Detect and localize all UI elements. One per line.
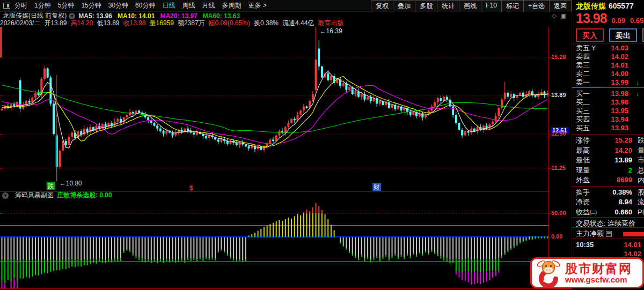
level-price: 13.95 — [611, 107, 628, 115]
stat-label: 收益㈢ — [576, 208, 597, 216]
period-tab-周线[interactable]: 周线 — [182, 1, 195, 10]
period-tab-多周期[interactable]: 多周期 — [222, 1, 241, 10]
arrow-down-icon: ↓ — [636, 90, 639, 98]
diamond-icon[interactable]: ◇ — [552, 12, 556, 19]
period-tab-5分钟[interactable]: 5分钟 — [58, 1, 75, 10]
level-price: 14.00 — [611, 70, 628, 78]
stat-label: 最低 — [576, 156, 590, 164]
period-tab-月线[interactable]: 月线 — [202, 1, 215, 10]
axis-label: 50.00 — [551, 210, 572, 216]
axis-label: 12.50 — [551, 130, 572, 137]
buy-button[interactable]: 买入 — [576, 28, 604, 42]
level-price: 14.03 — [611, 44, 628, 53]
trading-app-window: 分时1分钟5分钟15分钟30分钟60分钟日线周线月线多周期更多 > 复权叠加多股… — [0, 0, 644, 290]
level-label: 买二 — [576, 98, 590, 106]
top-menu-bar: 分时1分钟5分钟15分钟30分钟60分钟日线周线月线多周期更多 > 复权叠加多股… — [0, 0, 572, 12]
site-watermark: 股市财富网 www.gscfw.com — [530, 257, 644, 288]
list-icon — [606, 231, 612, 237]
tool-button-画线[interactable]: 画线 — [459, 0, 481, 12]
stat-label: 换手 — [576, 188, 590, 196]
stat-label: 涨停 — [576, 136, 590, 144]
sell-level-row[interactable]: 卖二14.00 — [576, 70, 644, 78]
tool-button-多股[interactable]: 多股 — [415, 0, 437, 12]
stat-cut-label: PE — [638, 207, 644, 217]
level-price: 13.94 — [611, 115, 628, 124]
stat-label: 外盘 — [576, 176, 590, 184]
stat-value: 2 — [628, 166, 632, 175]
subchart-name: 筹码风暴副图 — [15, 191, 54, 200]
main-net-bar — [623, 232, 644, 236]
period-tab-分时[interactable]: 分时 — [14, 1, 27, 10]
svg-text:$: $ — [189, 184, 193, 192]
level-price: 13.96 — [611, 98, 628, 107]
tool-button-+自选[interactable]: +自选 — [523, 0, 550, 12]
tool-button-统计[interactable]: 统计 — [437, 0, 459, 12]
level-label: 买四 — [576, 115, 590, 123]
stock-code: 605577 — [609, 2, 634, 10]
period-tab-60分钟[interactable]: 60分钟 — [135, 1, 155, 10]
subchart-signal-value: 庄散博杀选股: 0.00 — [57, 191, 112, 200]
stat-value: 15.28 — [614, 136, 632, 145]
sell-level-row[interactable]: 卖五 ¥14.03 — [576, 44, 644, 53]
price-chart[interactable]: ←16.39←10.80跌$财 — [0, 27, 548, 289]
period-tab-1分钟[interactable]: 1分钟 — [34, 1, 51, 10]
stat-value: 14.20 — [614, 146, 632, 155]
price-row: 13.98 0.09 0.65% — [576, 11, 644, 26]
stock-name-code: 龙版传媒605577 — [576, 2, 634, 11]
stat-cut-label: 市 — [638, 155, 644, 165]
stat-row: 外盘8699内 — [576, 175, 644, 185]
stat-row: 最高14.20量 — [576, 146, 644, 155]
chevron-down-icon[interactable]: ▼ — [69, 13, 75, 19]
main-net-label: 主力净额 — [576, 229, 604, 239]
level-label: 卖一 — [576, 78, 590, 86]
period-tab-日线[interactable]: 日线 — [162, 1, 175, 10]
buy-level-row[interactable]: 买一13.98↓ — [576, 90, 644, 98]
stock-name: 龙版传媒 — [576, 2, 606, 10]
sell-level-row[interactable]: 卖四14.02 — [576, 53, 644, 61]
period-menu: 分时1分钟5分钟15分钟30分钟60分钟日线周线月线多周期更多 > — [14, 1, 267, 10]
buy-level-row[interactable]: 买四13.94 — [576, 115, 644, 124]
level-label: 买五 — [576, 124, 590, 132]
stat-value: 8.94 — [619, 197, 632, 207]
period-tab-更多 >[interactable]: 更多 > — [248, 1, 266, 10]
level-label: 卖五 ¥ — [576, 44, 596, 52]
quote-panel: 龙版传媒605577 13.98 0.09 0.65% 买入 卖出 卖五 ¥14… — [572, 0, 644, 290]
price-change: 0.09 — [612, 17, 625, 25]
watermark-title: 股市财富网 — [565, 262, 632, 275]
axis-label: 13.89 — [551, 92, 572, 98]
stat-row: 净资8.94流 — [576, 197, 644, 207]
tool-button-复权[interactable]: 复权 — [371, 0, 393, 12]
period-tab-30分钟[interactable]: 30分钟 — [108, 1, 128, 10]
stat-row: 收益㈢0.660PE — [576, 207, 644, 217]
stat-value: 8699 — [617, 175, 632, 185]
sell-level-row[interactable]: 卖三14.01 — [576, 61, 644, 70]
stat-row: 换手0.38%股 — [576, 188, 644, 197]
panel-layout-icon[interactable]: ▣ — [561, 12, 566, 19]
level-label: 卖三 — [576, 61, 590, 69]
buy-level-row[interactable]: 买二13.96 — [576, 98, 644, 107]
level-price: 13.93 — [611, 124, 628, 132]
tool-button-返回[interactable]: 返回 — [549, 0, 572, 12]
window-icon[interactable] — [3, 3, 10, 9]
stat-value: 13.89 — [614, 155, 632, 165]
svg-text:跌: 跌 — [48, 183, 54, 189]
stat-cut-label: 流 — [638, 197, 644, 207]
buy-level-row[interactable]: 买三13.95 — [576, 107, 644, 115]
sell-button[interactable]: 卖出 — [609, 28, 637, 42]
tool-button-F10[interactable]: F10 — [481, 0, 502, 12]
price-change-pct: 0.65% — [630, 17, 644, 25]
watermark-url: www.gscfw.com — [565, 275, 632, 284]
tick-row: 10:3514.01 — [576, 240, 641, 249]
period-tab-15分钟[interactable]: 15分钟 — [81, 1, 101, 10]
stat-label: 净资 — [576, 198, 590, 206]
tool-button-标记[interactable]: 标记 — [501, 0, 524, 12]
sell-level-row[interactable]: 卖一13.99↓ — [576, 78, 644, 87]
bull-mascot-icon — [534, 258, 563, 287]
subchart-collapse-icon[interactable]: ▼ — [2, 192, 9, 199]
buy-level-row[interactable]: 买五13.93 — [576, 124, 644, 132]
stat-value: 0.38% — [612, 188, 632, 197]
level-price: 13.99 — [611, 78, 628, 87]
axis-label: 15.28 — [551, 54, 572, 60]
tool-button-叠加[interactable]: 叠加 — [393, 0, 415, 12]
main-net-row[interactable]: 主力净额 — [576, 229, 612, 239]
